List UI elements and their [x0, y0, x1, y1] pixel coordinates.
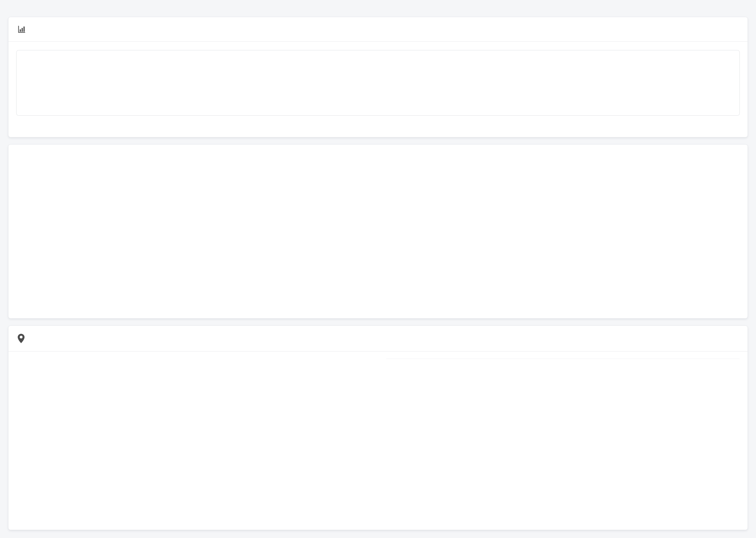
export-icon [723, 25, 730, 33]
geo-table-header [386, 359, 739, 381]
campaign-geo-opens-card [8, 326, 748, 530]
tracking-stats-card [8, 17, 748, 137]
rates-card [8, 144, 748, 319]
geo-title-wrap [17, 334, 29, 344]
stats-row [16, 50, 740, 116]
bar-chart-icon [17, 25, 26, 33]
tracking-stats-title-wrap [17, 25, 30, 33]
export-basic-stats-button[interactable] [717, 21, 740, 37]
geo-body [9, 351, 747, 381]
geo-legend [218, 351, 386, 363]
geo-table [386, 359, 739, 381]
geo-header [9, 326, 747, 351]
map-pin-icon [17, 334, 25, 344]
tracking-stats-header [9, 17, 747, 42]
